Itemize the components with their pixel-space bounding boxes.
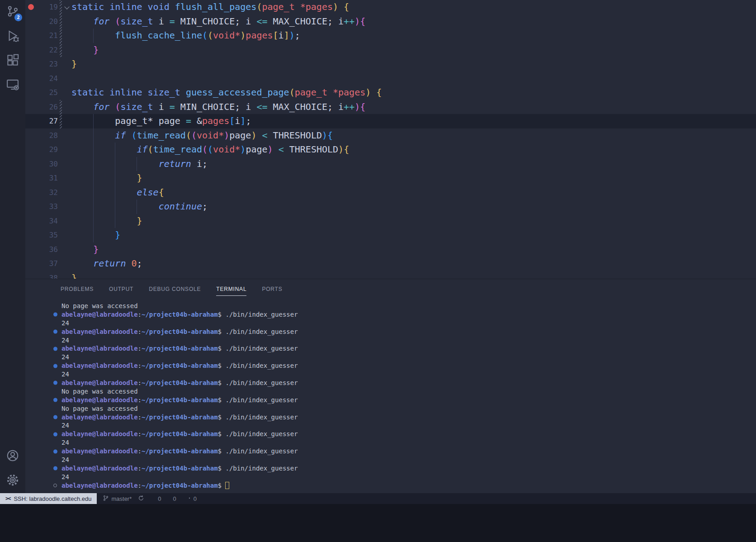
line-number[interactable]: 38 [36,271,58,279]
command-decoration-icon[interactable] [53,415,57,419]
line-number[interactable]: 27 [36,114,58,128]
command-decoration-icon[interactable] [53,432,57,436]
code-text[interactable]: static inline size_t guess_accessed_page… [71,86,756,100]
line-number[interactable]: 24 [36,71,58,86]
line-number[interactable]: 25 [36,86,58,100]
terminal-output-line[interactable]: 24 [25,319,756,328]
terminal-command-line[interactable]: abelayne@labradoodle:~/project04b-abraha… [25,310,756,319]
line-number[interactable]: 32 [36,185,58,200]
sync-button[interactable] [135,493,147,504]
code-text[interactable]: } [71,228,756,242]
code-line[interactable]: 36 } [25,242,756,257]
terminal-command-line[interactable]: abelayne@labradoodle:~/project04b-abraha… [25,481,756,490]
line-number[interactable]: 30 [36,157,58,171]
breakpoint-margin[interactable] [25,157,36,171]
code-text[interactable]: } [71,171,756,185]
command-decoration-icon[interactable] [53,313,57,317]
code-text[interactable]: } [71,57,756,71]
terminal-command-line[interactable]: abelayne@labradoodle:~/project04b-abraha… [25,344,756,353]
command-decoration-icon[interactable] [53,364,57,368]
code-text[interactable]: static inline void flush_all_pages(page_… [71,0,756,14]
code-line[interactable]: 20 for (size_t i = MIN_CHOICE; i <= MAX_… [25,14,756,29]
terminal-command-line[interactable]: abelayne@labradoodle:~/project04b-abraha… [25,396,756,404]
breakpoint-margin[interactable] [25,257,36,271]
panel-tab-ports[interactable]: PORTS [262,279,282,299]
breakpoint-margin[interactable] [25,185,36,200]
sidebar-item-run-and-debug[interactable] [0,24,25,49]
line-number[interactable]: 28 [36,128,58,143]
terminal-output-line[interactable]: No page was accessed [25,387,756,396]
code-text[interactable] [71,71,756,86]
command-decoration-icon[interactable] [53,330,57,334]
line-number[interactable]: 35 [36,228,58,242]
code-line[interactable]: 38} [25,271,756,279]
terminal-command-line[interactable]: abelayne@labradoodle:~/project04b-abraha… [25,447,756,456]
terminal-command-line[interactable]: abelayne@labradoodle:~/project04b-abraha… [25,379,756,387]
problems-item[interactable]: 0 0 [147,493,179,504]
terminal-command-line[interactable]: abelayne@labradoodle:~/project04b-abraha… [25,361,756,370]
breakpoint-margin[interactable] [25,214,36,228]
panel-tab-problems[interactable]: PROBLEMS [61,279,94,299]
code-line[interactable]: 31 } [25,171,756,185]
command-decoration-icon[interactable] [53,347,57,351]
panel-tab-terminal[interactable]: TERMINAL [216,279,246,299]
code-line[interactable]: 19static inline void flush_all_pages(pag… [25,0,756,14]
code-text[interactable]: } [71,242,756,257]
code-text[interactable]: for (size_t i = MIN_CHOICE; i <= MAX_CHO… [71,14,756,29]
line-number[interactable]: 34 [36,214,58,228]
terminal-output-line[interactable]: No page was accessed [25,404,756,413]
line-number[interactable]: 29 [36,143,58,157]
code-line[interactable]: 35 } [25,228,756,242]
code-line[interactable]: 34 } [25,214,756,228]
breakpoint-margin[interactable] [25,100,36,114]
code-text[interactable]: if(time_read((void*)page) < THRESHOLD){ [71,143,756,157]
breakpoint-margin[interactable] [25,71,36,86]
breakpoint-margin[interactable] [25,57,36,71]
code-line[interactable]: 29 if(time_read((void*)page) < THRESHOLD… [25,143,756,157]
code-line[interactable]: 33 continue; [25,200,756,214]
breakpoint-margin[interactable] [25,29,36,43]
terminal-output-line[interactable]: 24 [25,370,756,379]
line-number[interactable]: 26 [36,100,58,114]
terminal-output-line[interactable]: No page was accessed [25,302,756,310]
fold-toggle[interactable] [64,0,71,14]
terminal-output-line[interactable]: 24 [25,421,756,430]
command-decoration-icon[interactable] [53,466,57,471]
code-line[interactable]: 32 else{ [25,185,756,200]
sidebar-item-source-control[interactable]: 2 [0,0,25,24]
breakpoint-margin[interactable] [25,200,36,214]
code-text[interactable]: flush_cache_line((void*)pages[i]); [71,29,756,43]
code-line[interactable]: 27 page_t* page = &pages[i]; [25,114,756,128]
panel-tab-debug-console[interactable]: DEBUG CONSOLE [149,279,201,299]
command-decoration-icon[interactable] [53,398,57,402]
terminal-output-line[interactable]: 24 [25,353,756,361]
line-number[interactable]: 31 [36,171,58,185]
code-text[interactable]: else{ [71,185,756,200]
line-number[interactable]: 22 [36,43,58,57]
code-line[interactable]: 23} [25,57,756,71]
line-number[interactable]: 37 [36,257,58,271]
code-line[interactable]: 37 return 0; [25,257,756,271]
line-number[interactable]: 19 [36,0,58,14]
line-number[interactable]: 21 [36,29,58,43]
panel-tab-output[interactable]: OUTPUT [109,279,133,299]
ports-item[interactable]: 0 [183,493,200,504]
breakpoint-margin[interactable] [25,128,36,143]
code-text[interactable]: if (time_read((void*)page) < THRESHOLD){ [71,128,756,143]
code-line[interactable]: 26 for (size_t i = MIN_CHOICE; i <= MAX_… [25,100,756,114]
command-decoration-icon[interactable] [53,449,57,453]
code-text[interactable]: page_t* page = &pages[i]; [71,114,756,128]
code-text[interactable]: return i; [71,157,756,171]
line-number[interactable]: 20 [36,14,58,29]
line-number[interactable]: 23 [36,57,58,71]
breakpoint-margin[interactable] [25,143,36,157]
code-text[interactable]: continue; [71,200,756,214]
sidebar-item-settings[interactable] [0,469,25,493]
command-decoration-icon[interactable] [53,381,57,385]
terminal-command-line[interactable]: abelayne@labradoodle:~/project04b-abraha… [25,464,756,473]
sidebar-item-remote-explorer[interactable] [0,73,25,98]
code-line[interactable]: 22 } [25,43,756,57]
command-decoration-icon[interactable] [53,484,57,487]
terminal-output-line[interactable]: 24 [25,336,756,345]
code-line[interactable]: 24 [25,71,756,86]
